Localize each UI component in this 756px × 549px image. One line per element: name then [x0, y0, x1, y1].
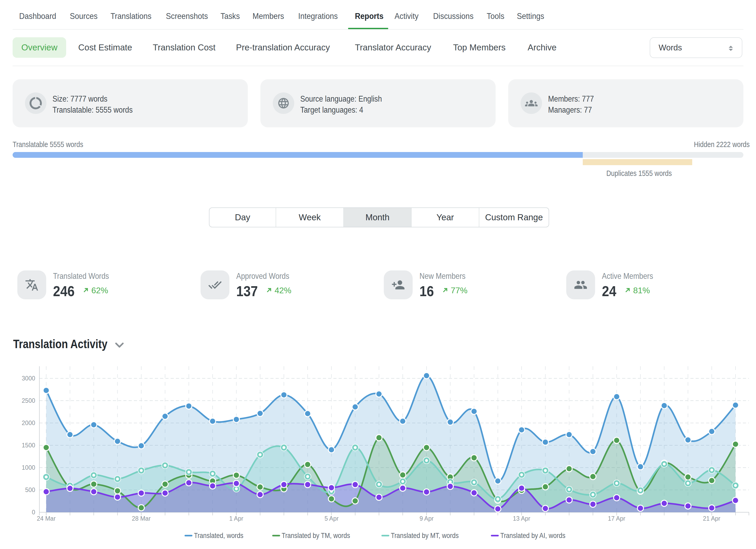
svg-text:1500: 1500 [22, 442, 35, 449]
svg-text:17 Apr: 17 Apr [608, 515, 626, 522]
svg-text:500: 500 [25, 487, 35, 493]
svg-text:1000: 1000 [22, 464, 35, 471]
svg-text:13 Apr: 13 Apr [513, 515, 531, 522]
svg-text:0: 0 [32, 509, 35, 516]
svg-text:2000: 2000 [22, 420, 35, 426]
svg-text:5 Apr: 5 Apr [324, 515, 339, 522]
svg-text:3000: 3000 [22, 375, 35, 382]
svg-text:28 Mar: 28 Mar [132, 515, 151, 522]
svg-text:21 Apr: 21 Apr [703, 515, 721, 522]
svg-text:1 Apr: 1 Apr [229, 515, 243, 522]
svg-text:9 Apr: 9 Apr [419, 515, 434, 522]
svg-text:24 Mar: 24 Mar [37, 515, 56, 522]
svg-text:2500: 2500 [22, 397, 35, 404]
